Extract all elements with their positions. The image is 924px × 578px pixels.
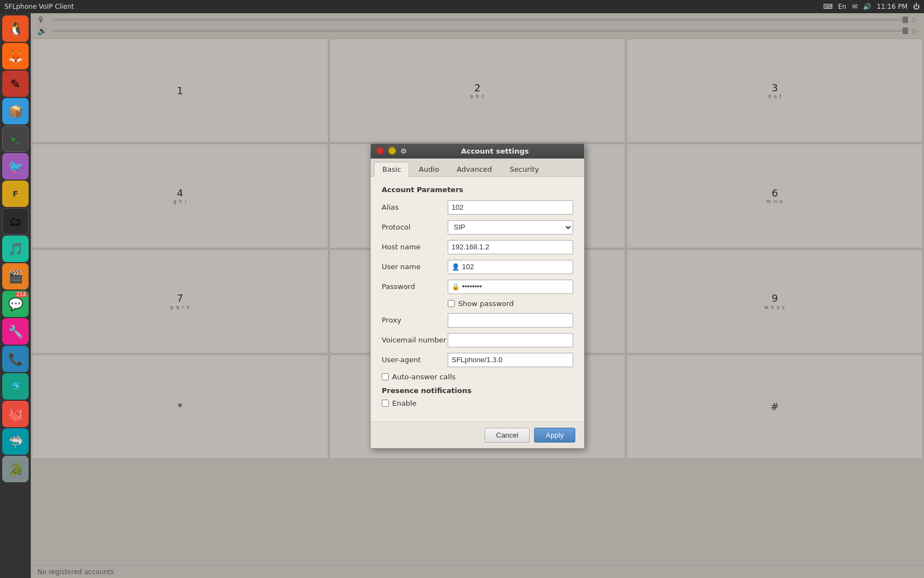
sidebar-item-files[interactable]: 🗂 [2,208,29,235]
keyboard-status-icon: ⌨ [823,3,832,10]
language-indicator: En [838,3,846,10]
username-row: User name 👤 [382,260,573,274]
protocol-row: Protocol SIP IAX [382,220,573,235]
presence-title: Presence notifications [382,386,573,395]
sidebar-item-app3[interactable]: 🐦 [2,153,29,179]
dialog-titlebar: ⚙ Account settings [371,144,584,159]
presence-enable-checkbox[interactable] [382,400,389,407]
cancel-button[interactable]: Cancel [485,428,530,443]
password-label: Password [382,282,448,291]
dialog-tabs: Basic Audio Advanced Security [371,159,584,177]
volume-icon: 🔊 [863,3,871,10]
password-text-input[interactable] [462,282,569,291]
sidebar-item-app6[interactable]: 🐙 [2,401,29,427]
hostname-row: Host name [382,240,573,254]
auto-answer-checkbox[interactable] [382,373,389,380]
sidebar-item-app1[interactable]: ✎ [2,70,29,97]
account-settings-dialog: ⚙ Account settings Basic Audio Advanced … [370,143,585,449]
username-label: User name [382,263,448,271]
alias-label: Alias [382,203,448,211]
voicemail-text-input[interactable] [452,336,569,344]
show-password-label: Show password [458,299,514,308]
topbar-title: SFLphone VoIP Client [4,3,74,10]
apply-button[interactable]: Apply [534,428,575,443]
power-icon: ⏻ [913,3,920,10]
clock: 11:16 PM [877,3,908,10]
voicemail-row: Voicemail number [382,333,573,347]
dialog-icon: ⚙ [400,147,407,155]
tab-basic[interactable]: Basic [374,162,409,177]
sidebar-item-phone[interactable]: 📞 [2,346,29,372]
sidebar-item-firefox[interactable]: 🦊 [2,43,29,69]
lock-icon: 🔒 [452,283,460,291]
proxy-text-input[interactable] [452,316,569,324]
sidebar-item-audio[interactable]: 🎵 [2,236,29,262]
modal-overlay: ⚙ Account settings Basic Audio Advanced … [31,13,924,578]
password-input[interactable]: 🔒 [448,280,573,294]
username-input[interactable]: 👤 [448,260,573,274]
voicemail-input[interactable] [448,333,573,347]
proxy-label: Proxy [382,316,448,324]
auto-answer-label: Auto-answer calls [392,373,455,381]
presence-enable-label: Enable [392,399,416,407]
tab-security[interactable]: Security [502,162,547,176]
dialog-minimize-button[interactable] [388,147,396,155]
proxy-input[interactable] [448,313,573,328]
hostname-input[interactable] [448,240,573,254]
chat-badge: 214 [15,292,28,297]
protocol-select[interactable]: SIP IAX [448,220,573,235]
user-icon: 👤 [452,263,460,271]
topbar: SFLphone VoIP Client ⌨ En ✉ 🔊 11:16 PM ⏻ [0,0,924,13]
sidebar-item-app2[interactable]: 📦 [2,98,29,124]
username-text-input[interactable] [462,263,569,271]
sidebar-item-app7[interactable]: 🦈 [2,428,29,455]
sidebar-item-tools[interactable]: 🔧 [2,318,29,345]
mail-icon: ✉ [852,3,857,10]
hostname-text-input[interactable] [452,243,569,251]
alias-input[interactable] [448,200,573,215]
presence-enable-row: Enable [382,399,573,407]
presence-section: Presence notifications Enable [382,386,573,407]
auto-answer-row: Auto-answer calls [382,373,573,381]
voicemail-label: Voicemail number [382,336,448,344]
tab-audio[interactable]: Audio [410,162,447,176]
sidebar-item-app4[interactable]: F [2,181,29,207]
sidebar-item-chat[interactable]: 💬 214 [2,291,29,317]
useragent-row: User-agent [382,353,573,367]
proxy-row: Proxy [382,313,573,328]
sidebar-item-video[interactable]: 🎬 [2,263,29,290]
dialog-title: Account settings [411,147,579,155]
launcher-sidebar: 🐧 🦊 ✎ 📦 >_ 🐦 F 🗂 🎵 🎬 💬 214 🔧 📞 🐬 🐙 🦈 🐊 [0,13,31,578]
sidebar-item-app5[interactable]: 🐬 [2,373,29,400]
tab-advanced[interactable]: Advanced [448,162,500,176]
topbar-right: ⌨ En ✉ 🔊 11:16 PM ⏻ [823,3,920,10]
dialog-footer: Cancel Apply [371,422,584,448]
useragent-input[interactable] [448,353,573,367]
topbar-left: SFLphone VoIP Client [4,3,74,10]
useragent-text-input[interactable] [452,356,569,364]
hostname-label: Host name [382,243,448,251]
useragent-label: User-agent [382,356,448,364]
protocol-label: Protocol [382,223,448,231]
show-password-row: Show password [448,299,573,308]
show-password-checkbox[interactable] [448,300,455,307]
sidebar-item-ubuntu[interactable]: 🐧 [2,15,29,42]
section-title: Account Parameters [382,186,573,194]
dialog-body: Account Parameters Alias Protocol SIP IA… [371,177,584,422]
alias-text-input[interactable] [452,203,569,211]
sidebar-item-terminal[interactable]: >_ [2,126,29,152]
dialog-close-button[interactable] [376,147,384,155]
sidebar-item-app8[interactable]: 🐊 [2,456,29,482]
password-row: Password 🔒 [382,280,573,294]
alias-row: Alias [382,200,573,215]
